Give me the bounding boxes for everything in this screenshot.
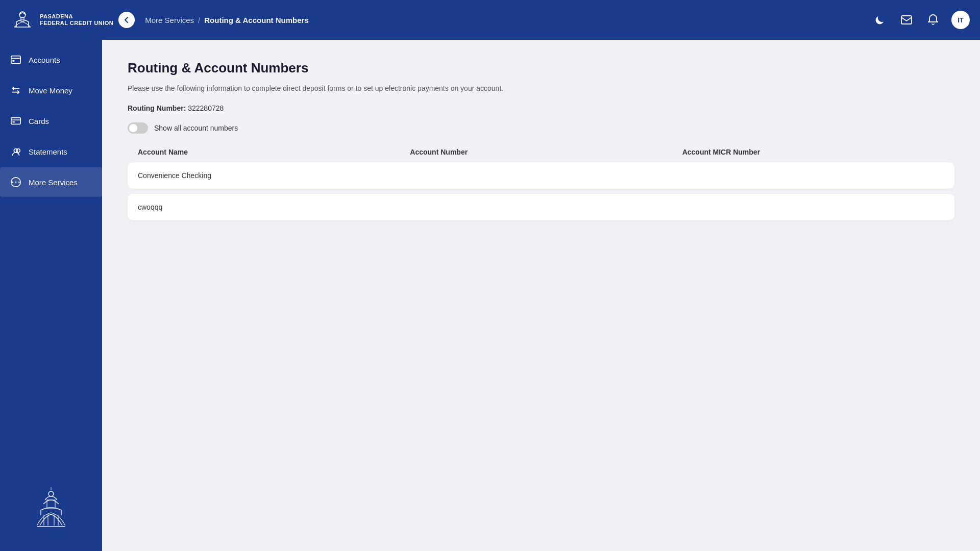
notifications-button[interactable] xyxy=(925,12,941,28)
topbar-actions: IT xyxy=(872,11,970,29)
svg-rect-3 xyxy=(901,16,912,24)
building-icon xyxy=(26,485,77,536)
account-name-1: cwoqqq xyxy=(138,203,400,211)
sidebar-item-more-services[interactable]: More Services xyxy=(0,167,102,197)
logo-text-line1: PASADENA xyxy=(40,13,113,20)
svg-rect-6 xyxy=(11,118,20,124)
main-layout: Accounts Move Money Cards xyxy=(0,40,980,551)
sidebar: Accounts Move Money Cards xyxy=(0,40,102,551)
sidebar-nav: Accounts Move Money Cards xyxy=(0,45,102,202)
cards-icon xyxy=(10,115,21,127)
breadcrumb-parent[interactable]: More Services xyxy=(145,16,194,24)
logo-icon xyxy=(10,8,35,32)
toggle-row: Show all account numbers xyxy=(128,122,954,134)
col-account-number: Account Number xyxy=(410,148,672,156)
user-avatar[interactable]: IT xyxy=(951,11,970,29)
sidebar-label-more-services: More Services xyxy=(29,178,78,187)
svg-rect-5 xyxy=(13,60,15,62)
sidebar-item-move-money[interactable]: Move Money xyxy=(0,76,102,105)
avatar-initials: IT xyxy=(958,16,964,24)
accounts-icon xyxy=(10,54,21,65)
sidebar-item-statements[interactable]: Statements xyxy=(0,137,102,166)
sidebar-collapse-button[interactable] xyxy=(118,12,135,28)
show-account-numbers-toggle[interactable] xyxy=(128,122,148,134)
page-title: Routing & Account Numbers xyxy=(128,60,954,76)
moon-icon xyxy=(875,15,885,25)
table-header: Account Name Account Number Account MICR… xyxy=(128,148,954,162)
svg-point-14 xyxy=(48,491,54,496)
svg-point-10 xyxy=(12,182,13,183)
envelope-icon xyxy=(901,15,912,24)
dark-mode-button[interactable] xyxy=(872,12,888,28)
routing-number-label: Routing Number: xyxy=(128,104,188,112)
toggle-knob xyxy=(129,124,137,132)
svg-point-11 xyxy=(15,182,17,183)
svg-rect-4 xyxy=(11,56,20,64)
svg-rect-15 xyxy=(47,500,55,508)
topbar: PASADENA FEDERAL CREDIT UNION More Servi… xyxy=(0,0,980,40)
page-description: Please use the following information to … xyxy=(128,83,954,94)
move-money-icon xyxy=(10,85,21,96)
breadcrumb-current: Routing & Account Numbers xyxy=(204,16,308,24)
svg-point-12 xyxy=(18,182,20,183)
messages-button[interactable] xyxy=(898,12,915,28)
statements-icon xyxy=(10,146,21,157)
logo: PASADENA FEDERAL CREDIT UNION xyxy=(10,8,113,32)
routing-number-line: Routing Number: 322280728 xyxy=(128,104,954,112)
sidebar-item-accounts[interactable]: Accounts xyxy=(0,45,102,74)
sidebar-item-cards[interactable]: Cards xyxy=(0,106,102,136)
chevron-left-icon xyxy=(123,16,130,23)
toggle-label: Show all account numbers xyxy=(154,124,238,132)
breadcrumb: More Services / Routing & Account Number… xyxy=(145,16,872,24)
table-row[interactable]: cwoqqq xyxy=(128,194,954,220)
bell-icon xyxy=(928,14,938,26)
main-content: Routing & Account Numbers Please use the… xyxy=(102,40,980,551)
account-name-0: Convenience Checking xyxy=(138,171,400,180)
table-row[interactable]: Convenience Checking xyxy=(128,162,954,189)
sidebar-label-statements: Statements xyxy=(29,147,67,156)
routing-number-value: 322280728 xyxy=(188,104,224,112)
sidebar-label-accounts: Accounts xyxy=(29,56,60,64)
sidebar-label-cards: Cards xyxy=(29,117,49,126)
col-account-name: Account Name xyxy=(138,148,400,156)
logo-text-line2: FEDERAL CREDIT UNION xyxy=(40,20,113,27)
breadcrumb-separator: / xyxy=(198,16,200,24)
svg-point-9 xyxy=(16,149,20,153)
sidebar-building-illustration xyxy=(0,474,102,551)
sidebar-label-move-money: Move Money xyxy=(29,86,72,95)
col-account-micr: Account MICR Number xyxy=(682,148,944,156)
svg-rect-7 xyxy=(13,121,15,122)
more-services-icon xyxy=(10,177,21,188)
